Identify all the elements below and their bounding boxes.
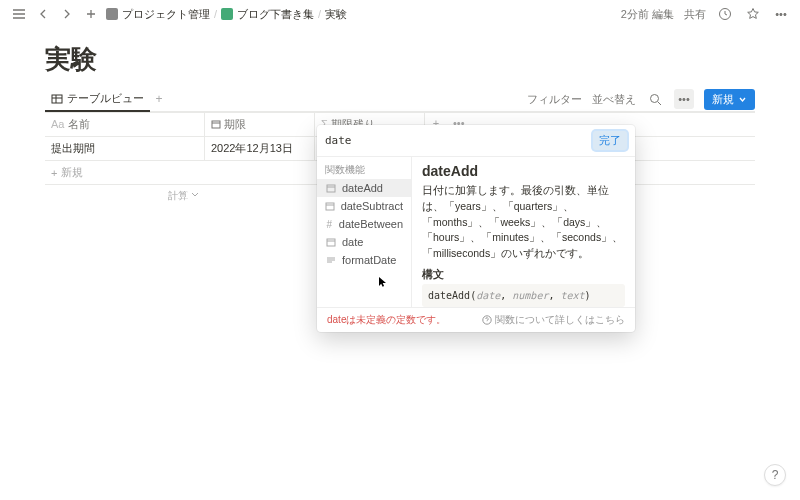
new-page-icon[interactable] xyxy=(82,5,100,23)
breadcrumb-item[interactable]: プロジェクト管理 xyxy=(122,7,210,22)
view-options-icon[interactable]: ••• xyxy=(674,89,694,109)
svg-rect-4 xyxy=(327,185,335,192)
svg-point-2 xyxy=(650,94,658,102)
search-icon[interactable] xyxy=(646,90,664,108)
add-view-icon[interactable]: + xyxy=(150,90,168,108)
view-tab[interactable]: テーブルビュー xyxy=(45,87,150,112)
page-title[interactable]: 実験 xyxy=(45,42,755,77)
function-item[interactable]: #dateBetween xyxy=(317,215,411,233)
text-icon xyxy=(325,254,337,266)
calc-button[interactable]: 計算 xyxy=(45,185,205,207)
column-header-name[interactable]: Aa 名前 xyxy=(45,113,205,137)
help-bubble-icon[interactable]: ? xyxy=(764,464,786,486)
calendar-icon xyxy=(211,119,221,129)
hash-icon: # xyxy=(325,218,334,230)
breadcrumb-item[interactable]: ブログ下書き集 xyxy=(237,7,314,22)
function-list: 関数機能 dateAdd dateSubtract #dateBetween d… xyxy=(317,157,412,307)
function-item[interactable]: dateAdd xyxy=(317,179,411,197)
function-doc-title: dateAdd xyxy=(422,163,625,179)
svg-rect-5 xyxy=(326,203,334,210)
calendar-icon xyxy=(325,182,337,194)
chevron-down-icon xyxy=(191,191,199,199)
page-icon xyxy=(221,8,233,20)
cell-date[interactable]: 2022年12月13日 xyxy=(205,137,315,161)
formula-editor-popup: date 完了 関数機能 dateAdd dateSubtract #dateB… xyxy=(317,125,635,332)
breadcrumb[interactable]: プロジェクト管理 / ブログ下書き集 / 実験 xyxy=(106,7,347,22)
function-section-label: 関数機能 xyxy=(317,161,411,179)
new-button[interactable]: 新規 xyxy=(704,89,755,110)
formula-help-link[interactable]: 関数について詳しくはこちら xyxy=(482,313,625,327)
function-doc-desc: 日付に加算します。最後の引数、単位は、「years」、「quarters」、「m… xyxy=(422,183,625,262)
function-item[interactable]: dateSubtract xyxy=(317,197,411,215)
done-button[interactable]: 完了 xyxy=(593,131,627,150)
function-doc: dateAdd 日付に加算します。最後の引数、単位は、「years」、「quar… xyxy=(412,157,635,307)
svg-rect-1 xyxy=(52,95,62,103)
calendar-icon xyxy=(325,200,336,212)
cell-name[interactable]: 提出期間 xyxy=(45,137,205,161)
syntax-code: dateAdd(date, number, text) xyxy=(422,284,625,307)
sort-button[interactable]: 並べ替え xyxy=(592,92,636,107)
chevron-down-icon xyxy=(738,95,747,104)
function-item[interactable]: date xyxy=(317,233,411,251)
formula-input[interactable]: date xyxy=(325,134,587,147)
more-icon[interactable]: ••• xyxy=(772,5,790,23)
clock-icon[interactable] xyxy=(716,5,734,23)
help-icon xyxy=(482,315,492,325)
formula-error: dateは未定義の定数です。 xyxy=(327,313,446,327)
svg-rect-6 xyxy=(327,239,335,246)
syntax-label: 構文 xyxy=(422,268,625,282)
forward-icon[interactable] xyxy=(58,5,76,23)
svg-rect-3 xyxy=(212,121,220,128)
star-icon[interactable] xyxy=(744,5,762,23)
column-header-date[interactable]: 期限 xyxy=(205,113,315,137)
share-button[interactable]: 共有 xyxy=(684,7,706,22)
page-icon xyxy=(106,8,118,20)
filter-button[interactable]: フィルター xyxy=(527,92,582,107)
cursor-icon xyxy=(378,276,388,290)
function-item[interactable]: formatDate xyxy=(317,251,411,269)
breadcrumb-item[interactable]: 実験 xyxy=(325,7,347,22)
menu-icon[interactable] xyxy=(10,5,28,23)
table-icon xyxy=(51,93,63,105)
calendar-icon xyxy=(325,236,337,248)
back-icon[interactable] xyxy=(34,5,52,23)
last-edited-label: 2分前 編集 xyxy=(621,7,674,22)
